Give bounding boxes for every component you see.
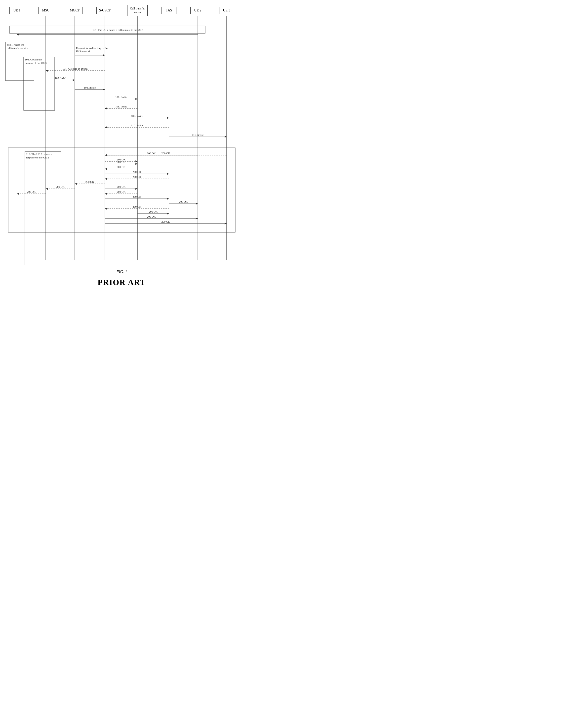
svg-marker-99 [196,218,198,220]
svg-text:200 OK: 200 OK [149,210,157,213]
svg-marker-69 [105,178,107,180]
svg-text:112. The UE 3 returns a: 112. The UE 3 returns a [26,153,52,156]
actor-ue3: UE 3 [219,7,234,14]
svg-text:200 OK: 200 OK [56,185,65,188]
svg-marker-23 [46,70,48,72]
svg-text:109. Invite: 109. Invite [131,114,143,117]
svg-marker-96 [167,213,169,215]
svg-text:IMS network: IMS network [76,50,91,53]
actor-msc: MSC [38,7,53,14]
svg-marker-81 [135,188,137,190]
svg-marker-29 [103,88,105,90]
svg-rect-8 [9,26,205,33]
svg-text:200 OK: 200 OK [132,170,141,173]
svg-text:103. Obtain the: 103. Obtain the [25,58,42,61]
svg-marker-66 [167,173,169,175]
svg-rect-15 [23,57,55,110]
svg-marker-51 [105,154,107,156]
svg-text:200 OK: 200 OK [27,190,35,193]
lifelines-area: 101. The UE 2 sends a call request to th… [2,16,241,265]
svg-text:108. Invite: 108. Invite [115,105,127,108]
svg-text:200 OK: 200 OK [147,152,155,155]
svg-marker-87 [167,198,169,200]
svg-text:response to the UE 2: response to the UE 2 [26,156,49,159]
diagram-container: UE 1 MSC MGCF S-CSCF Call transferserver… [0,0,243,292]
svg-text:107. Invite: 107. Invite [115,96,127,99]
svg-marker-44 [225,136,227,138]
svg-text:104. Allocate an IMRN: 104. Allocate an IMRN [62,67,88,70]
svg-text:200 OK: 200 OK [179,200,188,203]
svg-text:200 OK: 200 OK [117,165,126,168]
svg-marker-84 [105,193,107,195]
svg-text:Request for redirecting to the: Request for redirecting to the [76,47,108,50]
svg-text:105. IAM: 105. IAM [55,77,66,79]
svg-marker-41 [105,126,107,128]
svg-marker-32 [135,98,137,100]
svg-text:200 OK: 200 OK [132,195,141,198]
svg-text:200 OK: 200 OK [85,180,94,183]
svg-marker-75 [46,188,48,190]
prior-art-label: PRIOR ART [2,278,241,287]
actor-tas: TAS [161,7,176,14]
svg-text:101. The UE 2 sends a call req: 101. The UE 2 sends a call request to th… [92,28,144,31]
svg-text:200 OK: 200 OK [161,220,170,223]
actor-mgcf: MGCF [67,7,82,14]
svg-marker-57 [105,154,107,156]
svg-text:102. Trigger the: 102. Trigger the [7,43,24,46]
svg-text:106. Invite: 106. Invite [84,86,96,89]
svg-text:200 OK: 200 OK [117,185,126,188]
svg-text:call transfer service: call transfer service [7,47,28,50]
svg-text:200 OK: 200 OK [117,161,126,164]
svg-text:200 OK: 200 OK [132,175,141,178]
svg-text:110. Invite: 110. Invite [131,124,143,127]
fig-label: FIG. 1 [2,269,241,274]
actor-cts: Call transferserver [127,5,148,16]
svg-rect-47 [25,151,61,265]
svg-marker-54 [135,161,137,163]
actors-row: UE 1 MSC MGCF S-CSCF Call transferserver… [2,5,241,16]
svg-marker-19 [103,54,105,56]
svg-text:200 OK: 200 OK [147,215,155,218]
svg-marker-11 [17,34,19,36]
svg-marker-102 [225,223,227,225]
actor-scscf: S-CSCF [96,7,114,14]
svg-marker-26 [73,79,75,81]
svg-rect-46 [8,148,235,232]
svg-text:number of the UE 3: number of the UE 3 [25,61,47,64]
svg-marker-35 [105,108,107,110]
actor-ue2: UE 2 [190,7,205,14]
svg-marker-63 [105,168,107,170]
actor-ue1: UE 1 [9,7,24,14]
svg-marker-90 [196,203,198,205]
svg-marker-78 [17,193,19,195]
svg-text:200 OK: 200 OK [161,152,170,155]
svg-text:200 OK: 200 OK [117,158,126,161]
svg-text:111. Invite: 111. Invite [192,133,204,136]
svg-marker-72 [75,183,77,185]
svg-text:200 OK: 200 OK [132,205,141,208]
svg-marker-38 [167,117,169,119]
svg-text:200 OK: 200 OK [117,190,126,193]
svg-marker-93 [105,208,107,210]
svg-marker-60 [135,163,137,165]
svg-rect-12 [5,42,34,80]
